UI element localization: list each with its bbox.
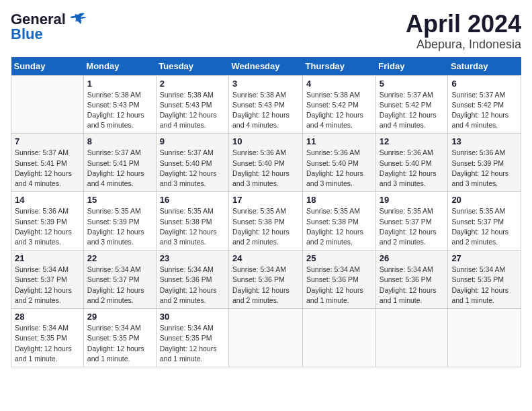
calendar-cell [11, 75, 84, 134]
day-details: Sunrise: 5:34 AM Sunset: 5:35 PM Dayligh… [15, 323, 80, 364]
calendar-cell: 25Sunrise: 5:34 AM Sunset: 5:36 PM Dayli… [303, 250, 376, 309]
day-details: Sunrise: 5:34 AM Sunset: 5:36 PM Dayligh… [380, 265, 445, 306]
day-number: 3 [232, 79, 299, 89]
calendar-cell: 2Sunrise: 5:38 AM Sunset: 5:43 PM Daylig… [156, 75, 228, 134]
day-details: Sunrise: 5:37 AM Sunset: 5:42 PM Dayligh… [380, 90, 445, 131]
header-sunday: Sunday [11, 57, 84, 76]
day-details: Sunrise: 5:35 AM Sunset: 5:37 PM Dayligh… [451, 206, 517, 247]
day-details: Sunrise: 5:35 AM Sunset: 5:38 PM Dayligh… [306, 206, 372, 247]
day-number: 15 [87, 195, 152, 205]
calendar-cell: 13Sunrise: 5:36 AM Sunset: 5:39 PM Dayli… [448, 134, 521, 192]
day-details: Sunrise: 5:34 AM Sunset: 5:35 PM Dayligh… [451, 265, 517, 306]
day-details: Sunrise: 5:34 AM Sunset: 5:36 PM Dayligh… [232, 265, 299, 306]
calendar-cell: 26Sunrise: 5:34 AM Sunset: 5:36 PM Dayli… [375, 250, 448, 309]
calendar-cell: 11Sunrise: 5:36 AM Sunset: 5:40 PM Dayli… [303, 134, 376, 192]
month-title: April 2024 [406, 11, 521, 38]
day-number: 22 [87, 253, 152, 263]
calendar-cell: 24Sunrise: 5:34 AM Sunset: 5:36 PM Dayli… [229, 250, 303, 309]
day-number: 14 [15, 195, 80, 205]
day-number: 18 [306, 195, 372, 205]
day-details: Sunrise: 5:35 AM Sunset: 5:37 PM Dayligh… [380, 206, 445, 247]
calendar-cell: 7Sunrise: 5:37 AM Sunset: 5:41 PM Daylig… [11, 134, 84, 192]
calendar-cell: 19Sunrise: 5:35 AM Sunset: 5:37 PM Dayli… [375, 192, 448, 250]
day-details: Sunrise: 5:37 AM Sunset: 5:42 PM Dayligh… [451, 90, 517, 131]
location-title: Abepura, Indonesia [406, 38, 521, 52]
day-number: 20 [451, 195, 517, 205]
day-details: Sunrise: 5:34 AM Sunset: 5:35 PM Dayligh… [87, 323, 152, 364]
calendar-cell: 21Sunrise: 5:34 AM Sunset: 5:37 PM Dayli… [11, 250, 84, 309]
header-saturday: Saturday [448, 57, 521, 76]
calendar-cell: 3Sunrise: 5:38 AM Sunset: 5:43 PM Daylig… [229, 75, 303, 134]
day-details: Sunrise: 5:35 AM Sunset: 5:38 PM Dayligh… [160, 206, 225, 247]
calendar-week-row: 7Sunrise: 5:37 AM Sunset: 5:41 PM Daylig… [11, 134, 521, 192]
calendar-cell: 1Sunrise: 5:38 AM Sunset: 5:43 PM Daylig… [83, 75, 156, 134]
calendar-cell [229, 309, 303, 367]
day-number: 24 [232, 253, 299, 263]
calendar-cell: 10Sunrise: 5:36 AM Sunset: 5:40 PM Dayli… [229, 134, 303, 192]
calendar-cell: 22Sunrise: 5:34 AM Sunset: 5:37 PM Dayli… [83, 250, 156, 309]
day-number: 23 [160, 253, 225, 263]
day-number: 4 [306, 79, 372, 89]
calendar-cell: 28Sunrise: 5:34 AM Sunset: 5:35 PM Dayli… [11, 309, 84, 367]
day-number: 30 [160, 312, 225, 322]
calendar-cell: 12Sunrise: 5:36 AM Sunset: 5:40 PM Dayli… [375, 134, 448, 192]
title-area: April 2024 Abepura, Indonesia [406, 11, 521, 52]
day-number: 12 [380, 136, 445, 146]
logo: General Blue [11, 11, 87, 43]
day-details: Sunrise: 5:34 AM Sunset: 5:37 PM Dayligh… [87, 265, 152, 306]
day-number: 26 [380, 253, 445, 263]
day-number: 6 [451, 79, 517, 89]
day-number: 19 [380, 195, 445, 205]
calendar-cell [448, 309, 521, 367]
day-details: Sunrise: 5:35 AM Sunset: 5:39 PM Dayligh… [87, 206, 152, 247]
day-details: Sunrise: 5:35 AM Sunset: 5:38 PM Dayligh… [232, 206, 299, 247]
calendar-cell: 23Sunrise: 5:34 AM Sunset: 5:36 PM Dayli… [156, 250, 228, 309]
calendar-cell: 20Sunrise: 5:35 AM Sunset: 5:37 PM Dayli… [448, 192, 521, 250]
day-number: 9 [160, 136, 225, 146]
header-thursday: Thursday [303, 57, 376, 76]
calendar-cell: 16Sunrise: 5:35 AM Sunset: 5:38 PM Dayli… [156, 192, 228, 250]
calendar-week-row: 14Sunrise: 5:36 AM Sunset: 5:39 PM Dayli… [11, 192, 521, 250]
day-number: 10 [232, 136, 299, 146]
logo-blue-text: Blue [11, 26, 43, 43]
calendar-cell: 18Sunrise: 5:35 AM Sunset: 5:38 PM Dayli… [303, 192, 376, 250]
day-details: Sunrise: 5:36 AM Sunset: 5:40 PM Dayligh… [306, 148, 372, 189]
day-details: Sunrise: 5:34 AM Sunset: 5:37 PM Dayligh… [15, 265, 80, 306]
calendar-cell: 6Sunrise: 5:37 AM Sunset: 5:42 PM Daylig… [448, 75, 521, 134]
calendar-cell: 4Sunrise: 5:38 AM Sunset: 5:42 PM Daylig… [303, 75, 376, 134]
day-number: 17 [232, 195, 299, 205]
calendar-table: SundayMondayTuesdayWednesdayThursdayFrid… [11, 57, 521, 367]
day-details: Sunrise: 5:36 AM Sunset: 5:40 PM Dayligh… [232, 148, 299, 189]
header-tuesday: Tuesday [156, 57, 228, 76]
day-details: Sunrise: 5:38 AM Sunset: 5:43 PM Dayligh… [87, 90, 152, 131]
calendar-cell: 14Sunrise: 5:36 AM Sunset: 5:39 PM Dayli… [11, 192, 84, 250]
calendar-cell: 9Sunrise: 5:37 AM Sunset: 5:40 PM Daylig… [156, 134, 228, 192]
day-number: 28 [15, 312, 80, 322]
calendar-week-row: 1Sunrise: 5:38 AM Sunset: 5:43 PM Daylig… [11, 75, 521, 134]
calendar-week-row: 21Sunrise: 5:34 AM Sunset: 5:37 PM Dayli… [11, 250, 521, 309]
day-details: Sunrise: 5:34 AM Sunset: 5:36 PM Dayligh… [306, 265, 372, 306]
day-number: 21 [15, 253, 80, 263]
page-header: General Blue April 2024 Abepura, Indones… [11, 11, 521, 52]
calendar-cell: 17Sunrise: 5:35 AM Sunset: 5:38 PM Dayli… [229, 192, 303, 250]
day-details: Sunrise: 5:38 AM Sunset: 5:43 PM Dayligh… [160, 90, 225, 131]
calendar-cell [303, 309, 376, 367]
calendar-cell: 27Sunrise: 5:34 AM Sunset: 5:35 PM Dayli… [448, 250, 521, 309]
calendar-cell: 15Sunrise: 5:35 AM Sunset: 5:39 PM Dayli… [83, 192, 156, 250]
day-details: Sunrise: 5:34 AM Sunset: 5:36 PM Dayligh… [160, 265, 225, 306]
header-wednesday: Wednesday [229, 57, 303, 76]
calendar-cell [375, 309, 448, 367]
day-number: 13 [451, 136, 517, 146]
day-number: 5 [380, 79, 445, 89]
day-details: Sunrise: 5:36 AM Sunset: 5:40 PM Dayligh… [380, 148, 445, 189]
day-number: 7 [15, 136, 80, 146]
calendar-cell: 30Sunrise: 5:34 AM Sunset: 5:35 PM Dayli… [156, 309, 228, 367]
day-number: 2 [160, 79, 225, 89]
header-friday: Friday [375, 57, 448, 76]
day-number: 27 [451, 253, 517, 263]
day-details: Sunrise: 5:37 AM Sunset: 5:40 PM Dayligh… [160, 148, 225, 189]
calendar-header-row: SundayMondayTuesdayWednesdayThursdayFrid… [11, 57, 521, 76]
day-details: Sunrise: 5:37 AM Sunset: 5:41 PM Dayligh… [15, 148, 80, 189]
calendar-week-row: 28Sunrise: 5:34 AM Sunset: 5:35 PM Dayli… [11, 309, 521, 367]
day-number: 29 [87, 312, 152, 322]
